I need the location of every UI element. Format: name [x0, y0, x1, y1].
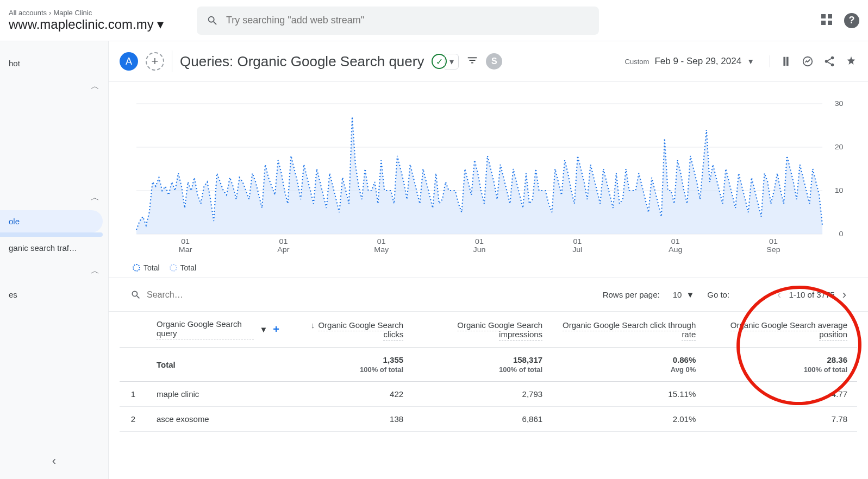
svg-text:Apr: Apr: [277, 246, 290, 254]
table-search[interactable]: [130, 289, 595, 300]
legend-dot-icon: [133, 264, 140, 272]
svg-text:Sep: Sep: [766, 246, 780, 254]
query-cell: asce exosome: [147, 407, 289, 432]
nav-collapse-button[interactable]: ‹: [52, 454, 56, 468]
svg-text:Jun: Jun: [473, 246, 486, 254]
chevron-right-icon: ›: [49, 9, 51, 17]
queries-table: Organic Google Search query ▼ + ↓Organic…: [120, 312, 857, 432]
nav-item-console[interactable]: ole: [0, 210, 103, 232]
goto-label: Go to:: [707, 290, 729, 299]
svg-text:Jul: Jul: [572, 246, 582, 254]
search-icon: [207, 15, 218, 27]
date-range[interactable]: Feb 9 - Sep 29, 2024: [654, 56, 741, 67]
help-icon[interactable]: ?: [844, 13, 859, 28]
divider: [172, 51, 172, 72]
sort-arrow-icon[interactable]: ↓: [311, 320, 315, 330]
svg-text:01: 01: [475, 238, 484, 245]
legend-item-total-2[interactable]: Total: [170, 263, 197, 272]
trend-icon[interactable]: [802, 55, 814, 67]
caret-down-icon: ▾: [157, 17, 164, 32]
compare-icon[interactable]: [780, 55, 792, 67]
nav-item-pages[interactable]: es: [0, 283, 108, 306]
search-icon: [130, 289, 141, 300]
totals-row: Total 1,355100% of total 158,317100% of …: [120, 348, 857, 382]
breadcrumb-root: All accounts: [9, 9, 47, 17]
search-box[interactable]: [197, 7, 599, 35]
breadcrumb-property: Maple Clinic: [53, 9, 92, 17]
rows-per-page-select[interactable]: 10 ▼: [667, 287, 700, 302]
chevron-up-icon: ︿: [91, 192, 99, 204]
legend-item-total-1[interactable]: Total: [133, 263, 160, 272]
table-search-input[interactable]: [147, 290, 255, 300]
insights-icon[interactable]: [845, 55, 857, 67]
svg-text:01: 01: [769, 238, 778, 245]
svg-text:0: 0: [839, 230, 844, 238]
total-label: Total: [147, 348, 289, 382]
chevron-up-icon: ︿: [91, 266, 99, 277]
share-icon[interactable]: [823, 55, 835, 67]
col-impressions[interactable]: Organic Google Search impressions: [457, 320, 542, 341]
svg-text:20: 20: [835, 143, 844, 151]
filter-icon[interactable]: [466, 54, 478, 68]
dimension-header[interactable]: Organic Google Search query: [157, 319, 254, 339]
svg-text:10: 10: [835, 187, 844, 194]
svg-text:01: 01: [181, 238, 190, 245]
chart-legend: Total Total: [130, 263, 846, 272]
segment-avatar-a[interactable]: A: [120, 52, 138, 71]
prev-page-button[interactable]: ‹: [777, 288, 781, 302]
svg-text:30: 30: [835, 100, 844, 108]
svg-text:01: 01: [573, 238, 582, 245]
rows-per-page-label: Rows per page:: [603, 290, 660, 299]
col-ctr[interactable]: Organic Google Search click through rate: [563, 320, 696, 341]
nav-group-collapse-3[interactable]: ︿: [0, 259, 108, 283]
line-chart: 010203001Mar01Apr01May01Jun01Jul01Aug01S…: [130, 98, 846, 261]
property-url: www.mapleclinic.com.my: [9, 17, 154, 32]
nav-group-collapse-1[interactable]: ︿: [0, 74, 108, 99]
svg-text:01: 01: [377, 238, 386, 245]
svg-text:01: 01: [279, 238, 288, 245]
svg-text:May: May: [374, 246, 389, 254]
nav-group-collapse-2[interactable]: ︿: [0, 186, 108, 210]
caret-down-icon[interactable]: ▼: [259, 325, 267, 334]
svg-point-1: [831, 56, 834, 60]
add-dimension-button[interactable]: +: [273, 323, 279, 336]
legend-dot-icon: [170, 264, 177, 272]
query-cell: maple clinic: [147, 382, 289, 407]
search-input[interactable]: [226, 15, 589, 26]
next-page-button[interactable]: ›: [842, 288, 846, 302]
pagination: ‹ 1-10 of 3775 ›: [777, 288, 846, 302]
report-title: Queries: Organic Google Search query: [180, 53, 424, 70]
nav-item-snapshot[interactable]: hot: [0, 52, 108, 74]
table-row[interactable]: 2 asce exosome 138 6,861 2.01% 7.78: [120, 407, 857, 432]
caret-down-icon[interactable]: ▼: [747, 57, 754, 66]
col-clicks[interactable]: Organic Google Search clicks: [318, 320, 403, 341]
property-selector[interactable]: All accounts › Maple Clinic www.maplecli…: [9, 9, 193, 32]
caret-down-icon: ▼: [686, 290, 694, 299]
segment-chip-s[interactable]: S: [486, 53, 502, 70]
add-segment-button[interactable]: +: [146, 52, 164, 71]
breadcrumb: All accounts › Maple Clinic: [9, 9, 193, 17]
nav-item-organic-traffic[interactable]: ganic search traf…: [0, 237, 108, 259]
svg-text:01: 01: [671, 238, 680, 245]
table-row[interactable]: 1 maple clinic 422 2,793 15.11% 4.77: [120, 382, 857, 407]
status-dropdown[interactable]: ▾: [445, 54, 459, 70]
left-nav: hot ︿ ︿ ole ganic search traf… ︿ es ‹: [0, 41, 109, 479]
svg-point-3: [831, 64, 834, 67]
svg-point-2: [825, 60, 828, 63]
chart-area: 010203001Mar01Apr01May01Jun01Jul01Aug01S…: [109, 82, 868, 278]
date-custom-label: Custom: [625, 58, 650, 66]
svg-text:Mar: Mar: [179, 246, 192, 254]
nav-item-queries[interactable]: [0, 232, 103, 237]
page-info: 1-10 of 3775: [789, 290, 834, 299]
svg-text:Aug: Aug: [669, 246, 682, 254]
col-position[interactable]: Organic Google Search average position: [730, 320, 847, 341]
apps-icon[interactable]: [821, 14, 834, 27]
chevron-up-icon: ︿: [91, 81, 99, 92]
